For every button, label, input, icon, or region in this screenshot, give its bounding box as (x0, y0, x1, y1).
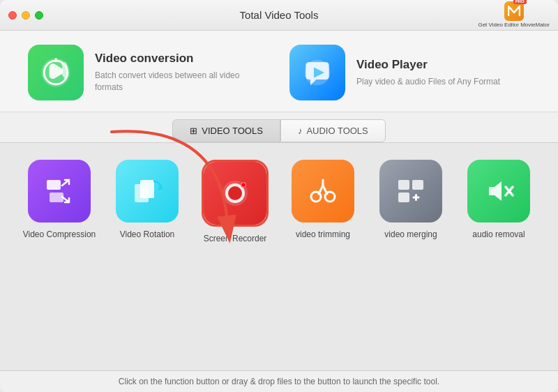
tab-video-tools[interactable]: ⊞ VIDEO TOOLS (172, 119, 280, 142)
compression-label: Video Compression (23, 229, 96, 239)
svg-rect-24 (413, 197, 420, 199)
audio-removal-icon (467, 160, 530, 223)
svg-line-17 (319, 186, 323, 194)
compression-icon (28, 160, 91, 223)
tool-item-trimming[interactable]: video trimming (285, 160, 361, 239)
rotation-label: Video Rotation (120, 229, 175, 239)
status-bar: Click on the function button or dray & d… (0, 370, 558, 392)
svg-point-14 (242, 183, 246, 187)
feature-card-conversion[interactable]: Video conversion Batch convert videos be… (28, 45, 269, 100)
feature-card-player[interactable]: Video Player Play video & audio Files of… (289, 45, 530, 100)
minimize-button[interactable] (22, 11, 30, 20)
svg-point-12 (228, 186, 242, 200)
tool-item-rotation[interactable]: Video Rotation (109, 160, 186, 239)
conversion-info: Video conversion Batch convert videos be… (95, 52, 269, 93)
merging-icon (379, 160, 442, 223)
player-icon-bg (289, 45, 345, 100)
close-button[interactable] (8, 11, 17, 20)
conversion-icon-bg (28, 45, 84, 100)
tools-grid-wrapper: Video Compression Video (21, 160, 537, 243)
rotation-icon (116, 160, 179, 223)
screen-recorder-label: Screen Recorder (204, 234, 267, 243)
logo-text: Get Video Editor MovieMator (478, 22, 550, 29)
screen-recorder-selected-border (202, 160, 269, 227)
status-text: Click on the function button or dray & d… (119, 377, 439, 386)
merging-label: video merging (384, 229, 437, 239)
tabs-bar: ⊞ VIDEO TOOLS ♪ AUDIO TOOLS (0, 112, 558, 143)
app-logo: PRO Get Video Editor MovieMator (478, 1, 550, 29)
screen-recorder-icon (204, 162, 266, 225)
fullscreen-button[interactable] (35, 11, 43, 20)
pro-badge: PRO (513, 0, 527, 4)
tools-grid: Video Compression Video (21, 160, 537, 243)
svg-rect-22 (398, 193, 409, 202)
tool-item-screen-recorder[interactable]: Screen Recorder (197, 160, 273, 243)
window-title: Total Video Tools (240, 9, 319, 21)
svg-line-18 (323, 186, 327, 194)
logo-icon: PRO (504, 1, 524, 21)
video-tools-icon: ⊞ (190, 126, 197, 136)
conversion-desc: Batch convert videos between all video f… (95, 70, 269, 93)
traffic-lights (8, 11, 43, 20)
svg-rect-6 (50, 193, 63, 202)
svg-rect-21 (412, 180, 423, 190)
tool-item-merging[interactable]: video merging (372, 160, 449, 239)
audio-tools-icon: ♪ (298, 126, 303, 136)
player-desc: Play video & audio Files of Any Format (356, 76, 500, 88)
svg-rect-5 (47, 180, 61, 190)
tab-video-tools-label: VIDEO TOOLS (202, 126, 263, 136)
tab-audio-tools[interactable]: ♪ AUDIO TOOLS (280, 119, 386, 142)
main-window: Total Video Tools PRO Get Video Editor M… (0, 0, 558, 392)
conversion-title: Video conversion (95, 52, 269, 66)
svg-rect-8 (140, 180, 154, 198)
top-features-section: Video conversion Batch convert videos be… (0, 31, 558, 112)
audio-removal-label: audio removal (472, 229, 525, 239)
tool-item-audio-removal[interactable]: audio removal (460, 160, 537, 239)
trimming-label: video trimming (296, 229, 350, 239)
player-info: Video Player Play video & audio Files of… (356, 58, 500, 88)
player-title: Video Player (356, 58, 500, 72)
tools-grid-section: Video Compression Video (0, 143, 558, 370)
trimming-icon (292, 160, 354, 223)
tool-item-compression[interactable]: Video Compression (21, 160, 98, 239)
svg-rect-20 (398, 180, 409, 190)
tab-audio-tools-label: AUDIO TOOLS (306, 126, 368, 136)
titlebar: Total Video Tools PRO Get Video Editor M… (0, 0, 558, 31)
